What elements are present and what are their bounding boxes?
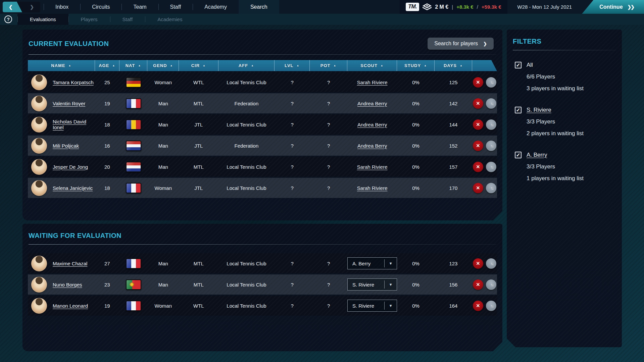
top-nav-tab[interactable]: Team — [121, 0, 158, 14]
nationality-flag — [126, 162, 141, 172]
reorder-button[interactable]: ↑↓ — [486, 301, 496, 311]
checkbox-checked-icon[interactable]: ✓ — [515, 107, 522, 113]
column-header[interactable]: CIR ▲ — [179, 60, 218, 71]
player-avatar — [31, 298, 47, 314]
top-nav-tab-label: Academy — [204, 4, 227, 10]
player-name-link[interactable]: Nuno Borges — [53, 282, 82, 288]
days-cell: 142 — [435, 101, 472, 106]
close-icon: ✕ — [476, 185, 480, 191]
subnav-tab[interactable]: Players — [68, 14, 110, 25]
checkbox-checked-icon[interactable]: ✓ — [515, 152, 522, 158]
remove-button[interactable]: ✕ — [473, 162, 483, 172]
column-header[interactable]: GEND ▲ — [147, 60, 179, 71]
reorder-button[interactable]: ↑↓ — [486, 258, 496, 269]
column-header[interactable]: LVL ▲ — [275, 60, 310, 71]
sort-asc-icon: ▲ — [112, 64, 115, 67]
checkbox-checked-icon[interactable]: ✓ — [515, 62, 522, 68]
remove-button[interactable]: ✕ — [473, 77, 483, 88]
column-header[interactable]: AFF ▲ — [218, 60, 275, 71]
remove-button[interactable]: ✕ — [473, 119, 483, 130]
column-header[interactable]: NAME ▲ — [28, 60, 95, 71]
circuit-cell: MTL — [179, 261, 218, 266]
gender-cell: Man — [147, 164, 179, 170]
reorder-button[interactable]: ↑↓ — [486, 77, 496, 88]
column-header[interactable]: POT ▲ — [310, 60, 347, 71]
scout-name-link[interactable]: Andrea Berry — [357, 143, 387, 149]
scout-name-link[interactable]: Andrea Berry — [357, 101, 387, 106]
search-for-players-label: Search for players — [434, 41, 478, 47]
age-cell: 27 — [95, 261, 119, 266]
player-name-link[interactable]: Tamara Korpatsch — [53, 80, 94, 85]
close-icon: ✕ — [476, 101, 480, 106]
up-down-arrows-icon: ↑↓ — [490, 303, 493, 308]
sort-asc-icon: ▲ — [251, 64, 254, 67]
remove-button[interactable]: ✕ — [473, 98, 483, 109]
scout-dropdown[interactable]: S. Riviere ▼ — [347, 278, 397, 291]
filter-label[interactable]: S. Riviere — [527, 107, 551, 113]
continue-button[interactable]: Continue ❯❯ — [582, 0, 644, 14]
scout-dropdown[interactable]: A. Berry ▼ — [347, 257, 397, 269]
player-name-link[interactable]: Valentin Royer — [53, 101, 85, 106]
search-for-players-button[interactable]: Search for players ❯ — [428, 38, 494, 50]
filter-label[interactable]: A. Berry — [527, 152, 547, 158]
remove-button[interactable]: ✕ — [473, 183, 483, 193]
player-avatar — [31, 277, 47, 293]
subnav-tab[interactable]: Academies — [145, 14, 195, 25]
up-down-arrows-icon: ↑↓ — [490, 122, 493, 127]
subnav-tab-label: Academies — [157, 16, 182, 22]
scout-name-link[interactable]: Andrea Berry — [357, 122, 387, 127]
potential-cell: ? — [310, 80, 347, 85]
continue-label: Continue — [599, 4, 623, 10]
table-row: Mili Poljicak 16 Man JTL Federation ? ? … — [28, 136, 497, 156]
player-name-link[interactable]: Nicholas David Ionel — [53, 119, 95, 130]
top-nav-tab[interactable]: Search — [239, 0, 279, 14]
subnav-tab[interactable]: Evaluations — [17, 14, 68, 25]
player-name-link[interactable]: Jesper De Jong — [53, 164, 88, 170]
column-header[interactable]: NAT ▲ — [119, 60, 148, 71]
days-cell: 125 — [435, 80, 472, 85]
column-header[interactable]: AGE ▲ — [95, 60, 119, 71]
remove-button[interactable]: ✕ — [473, 141, 483, 151]
level-cell: ? — [275, 122, 310, 127]
back-button[interactable]: ❮ — [3, 2, 22, 12]
scout-name-link[interactable]: Sarah Riviere — [357, 80, 388, 85]
level-cell: ? — [275, 261, 310, 266]
column-header[interactable]: DAYS ▲ — [435, 60, 472, 71]
scout-name-link[interactable]: Sarah Riviere — [357, 185, 388, 191]
reorder-button[interactable]: ↑↓ — [486, 119, 496, 130]
column-header-label: CIR — [191, 63, 200, 68]
player-name-link[interactable]: Mili Poljicak — [53, 143, 79, 149]
filter-label[interactable]: All — [527, 62, 533, 68]
waiting-rows: Maxime Chazal 27 Man MTL Local Tennis Cl… — [28, 253, 497, 316]
help-button[interactable]: ? — [4, 15, 12, 23]
reorder-button[interactable]: ↑↓ — [486, 98, 496, 109]
reorder-button[interactable]: ↑↓ — [486, 183, 496, 193]
remove-button[interactable]: ✕ — [473, 258, 483, 269]
player-name-link[interactable]: Selena Janicijevic — [53, 185, 93, 191]
forward-button[interactable]: ❯ — [23, 2, 40, 12]
check-icon: ✓ — [516, 152, 521, 158]
filters-panel: FILTERS ✓ All 6/6 Players 3 players in w… — [507, 30, 622, 347]
scout-name-link[interactable]: Sarah Riviere — [357, 164, 388, 170]
column-header[interactable]: STUDY ▲ — [397, 60, 435, 71]
scout-dropdown[interactable]: S. Riviere ▼ — [347, 300, 397, 312]
top-nav-tab[interactable]: Academy — [193, 0, 239, 14]
reorder-button[interactable]: ↑↓ — [486, 279, 496, 290]
reorder-button[interactable]: ↑↓ — [486, 141, 496, 151]
column-header[interactable]: SCOUT ▲ — [347, 60, 397, 71]
remove-button[interactable]: ✕ — [473, 279, 483, 290]
player-name-link[interactable]: Manon Leonard — [53, 303, 88, 309]
reorder-button[interactable]: ↑↓ — [486, 162, 496, 172]
top-nav-tab-label: Circuits — [92, 4, 110, 10]
top-nav-tab[interactable]: Staff — [158, 0, 193, 14]
column-header-label: LVL — [285, 63, 294, 68]
remove-button[interactable]: ✕ — [473, 301, 483, 311]
player-name-link[interactable]: Maxime Chazal — [53, 261, 87, 266]
circuit-cell: MTL — [179, 282, 218, 288]
top-nav-tab[interactable]: Circuits — [80, 0, 121, 14]
subnav-tab[interactable]: Staff — [110, 14, 145, 25]
top-nav-tab[interactable]: Inbox — [44, 0, 80, 14]
chevron-down-icon: ▼ — [385, 304, 397, 308]
circuit-cell: MTL — [179, 101, 218, 106]
chevron-down-icon: ▼ — [385, 282, 397, 287]
